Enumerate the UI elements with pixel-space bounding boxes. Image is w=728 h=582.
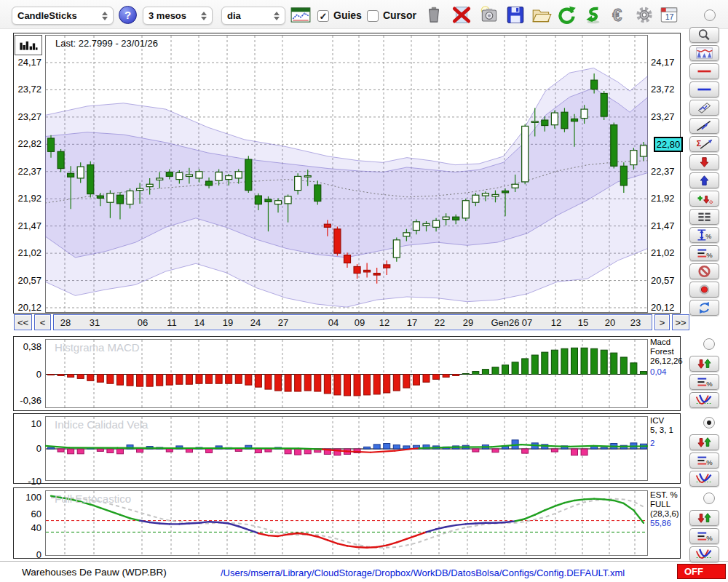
date-tick-label: 09 — [355, 315, 365, 330]
sidebar-tool-indicator-panel-button[interactable] — [689, 45, 719, 61]
price-axis-label: 21,92 — [651, 193, 675, 204]
date-tick-label: 11 — [167, 315, 177, 330]
macd-label-block: Macd Forest 26,12,26 0,04 — [650, 338, 683, 377]
stoch-label-line: FULL — [650, 500, 679, 509]
icv-value: 2 — [650, 439, 673, 448]
sidebar-tool-signal-arrows-button[interactable] — [689, 191, 719, 207]
toolbar-open-folder-button[interactable] — [531, 5, 553, 25]
svg-text:17: 17 — [665, 12, 674, 21]
price-axis-label: 22,82 — [14, 138, 41, 149]
toolbar-snapshot-button[interactable] — [478, 5, 500, 25]
date-tick-label: 14 — [194, 315, 205, 330]
sidebar-tool-sigma-trend-button[interactable]: Σ — [689, 136, 719, 152]
icv-axis-label: 0 — [14, 443, 41, 454]
svg-text:%: % — [705, 233, 711, 240]
sidebar-tool-levels-button[interactable] — [689, 209, 719, 225]
price-axis-label: 24,17 — [651, 57, 675, 68]
volume-bars-icon[interactable] — [15, 35, 42, 55]
last-price-label: Last: 22.7999 - 23/01/26 — [55, 38, 158, 49]
price-axis-label: 20,12 — [651, 302, 675, 313]
icv-axis-label: 10 — [14, 418, 41, 429]
stoch-percent-lines-button[interactable]: % — [689, 528, 719, 544]
app-window: CandleSticks ? 3 mesos dia Guies Cursor … — [0, 0, 728, 582]
toolbar-save-button[interactable] — [505, 5, 526, 25]
date-tick-label: 12 — [379, 315, 389, 330]
toolbar-refresh-button[interactable] — [556, 5, 578, 25]
main-panel-radio[interactable] — [704, 9, 716, 21]
guies-label: Guies — [333, 9, 362, 21]
icv-curves-button[interactable] — [689, 471, 719, 487]
symbol-name: Warehouses De Pauw (WDP.BR) — [22, 567, 167, 578]
macd-label-line: Macd — [650, 338, 683, 347]
date-tick-label: 19 — [223, 315, 233, 330]
sidebar-tool-record-button[interactable] — [689, 282, 719, 298]
stoch-label-line: EST. % — [650, 490, 679, 500]
price-axis-label: 22,37 — [14, 166, 41, 177]
icv-watermark: Indice Calidad Vela — [55, 418, 148, 431]
stoch-curves-button[interactable] — [689, 546, 719, 562]
icv-label-line: ICV — [650, 416, 673, 426]
price-axis-label: 23,72 — [14, 84, 41, 95]
toolbar-sync-button[interactable] — [582, 5, 604, 25]
stoch-panel-radio[interactable] — [703, 493, 715, 504]
chevron-updown-icon — [274, 12, 280, 20]
toolbar-trash-button[interactable] — [423, 5, 445, 25]
nav-prev-button[interactable]: < — [34, 314, 51, 330]
icv-updown-arrows-button[interactable] — [689, 434, 719, 450]
date-tick-label: 20 — [605, 315, 615, 330]
nav-last-button[interactable]: >> — [672, 314, 689, 330]
macd-watermark: Histgrama MACD — [55, 341, 140, 354]
svg-text:%: % — [706, 458, 713, 466]
nav-first-button[interactable]: << — [14, 314, 32, 330]
sidebar-tool-arrow-down-button[interactable] — [689, 154, 719, 170]
macd-percent-lines-button[interactable]: % — [689, 374, 719, 390]
date-tick-label: 07 — [522, 315, 532, 330]
sidebar-tool-vertical-measure-button[interactable]: % — [689, 227, 719, 243]
macd-panel-radio[interactable] — [703, 338, 715, 350]
off-toggle-button[interactable]: OFF — [677, 564, 726, 579]
sidebar-tool-disable-button[interactable] — [689, 263, 719, 279]
stoch-updown-arrows-button[interactable] — [689, 510, 719, 526]
nav-next-button[interactable]: > — [654, 314, 670, 330]
guies-checkbox[interactable] — [317, 10, 329, 22]
icv-panel-radio[interactable] — [703, 417, 715, 428]
price-axis-label: 22,37 — [651, 166, 675, 177]
config-path-link[interactable]: /Users/mserra/Library/CloudStorage/Dropb… — [221, 567, 625, 578]
timeframe-select[interactable]: dia — [221, 7, 285, 25]
price-axis-label: 20,57 — [651, 275, 675, 286]
sidebar-tool-blue-hline-button[interactable] — [689, 81, 719, 97]
toolbar-calendar-button[interactable]: 17 — [658, 5, 680, 25]
sidebar-tool-channel-button[interactable] — [689, 100, 719, 116]
sidebar-tool-arrow-up-button[interactable] — [689, 172, 719, 188]
sidebar-tool-zoom-button[interactable] — [689, 27, 719, 43]
macd-value: 0,04 — [650, 367, 683, 377]
stoch-axis-label: 100 — [14, 492, 41, 503]
timeframe-value: dia — [227, 10, 269, 21]
stoch-axis-label: 40 — [14, 522, 41, 533]
stoch-watermark: Full Estocastico — [55, 493, 131, 505]
cursor-label: Cursor — [383, 9, 416, 21]
mini-chart-button[interactable] — [290, 5, 312, 25]
macd-curves-button[interactable] — [689, 392, 719, 408]
macd-updown-arrows-button[interactable] — [689, 356, 719, 372]
sidebar-tool-red-hline-button[interactable] — [689, 63, 719, 79]
chart-type-select[interactable]: CandleSticks — [12, 7, 114, 25]
cursor-checkbox[interactable] — [367, 10, 379, 22]
toolbar-delete-x-button[interactable] — [451, 5, 472, 25]
help-button[interactable]: ? — [119, 6, 137, 24]
chevron-updown-icon — [102, 12, 108, 20]
date-tick-label: 28 — [60, 315, 71, 330]
sidebar-tool-sync-blue-button[interactable] — [689, 300, 719, 316]
date-tick-label: 31 — [90, 315, 100, 330]
price-axis-label: 23,72 — [651, 84, 675, 95]
toolbar-settings-button[interactable] — [633, 5, 655, 25]
sidebar-tool-trendline-button[interactable] — [689, 118, 719, 134]
date-tick-label: 06 — [138, 315, 148, 330]
toolbar-euro-button[interactable]: € — [609, 5, 630, 25]
stoch-axis-label: 0 — [14, 549, 41, 560]
sidebar-tool-percent-lines-button[interactable]: % — [689, 245, 719, 261]
period-select[interactable]: 3 mesos — [143, 7, 213, 25]
icv-percent-lines-button[interactable]: % — [689, 453, 719, 469]
stoch-label-line: (28,3,6) — [650, 509, 679, 519]
svg-text:Σ: Σ — [697, 139, 702, 148]
